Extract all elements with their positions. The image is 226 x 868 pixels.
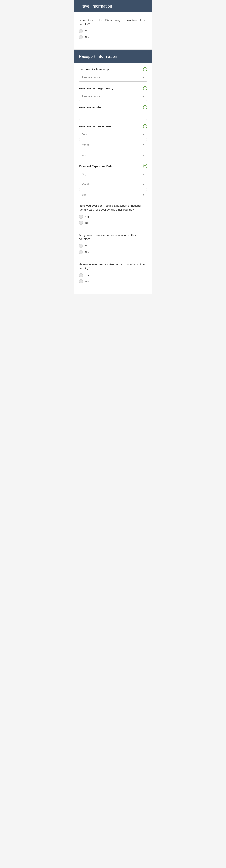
issuing-country-select-wrapper: Please choose ▼ — [79, 92, 147, 101]
citizen-ever-yes-option[interactable]: Yes — [79, 273, 147, 277]
issuance-month-select-wrapper: Month ▼ — [79, 140, 147, 149]
section-divider — [75, 49, 151, 50]
passport-other-no-option[interactable]: No — [79, 221, 147, 225]
issuance-date-label-row: Passport Issuance Date ? — [79, 124, 147, 128]
expiration-date-label: Passport Expiration Date — [79, 164, 112, 168]
issuing-country-label: Passport Issuing Country — [79, 87, 113, 90]
citizen-ever-question: Have you ever been a citizen or national… — [79, 262, 147, 270]
citizenship-select[interactable]: Please choose — [79, 73, 147, 82]
expiration-month-select-wrapper: Month ▼ — [79, 180, 147, 189]
travel-yes-option[interactable]: Yes — [79, 29, 147, 33]
citizenship-label: Country of Citizenship — [79, 68, 109, 71]
expiration-year-select-wrapper: Year ▼ — [79, 190, 147, 199]
issuing-country-label-row: Passport Issuing Country ? — [79, 86, 147, 90]
issuance-day-select[interactable]: Day — [79, 130, 147, 139]
travel-question: Is your travel to the US occurring in tr… — [79, 18, 147, 26]
passport-number-input[interactable] — [79, 111, 147, 120]
travel-yes-radio[interactable] — [79, 29, 83, 33]
citizenship-field-group: Country of Citizenship ? Please choose ▼ — [79, 67, 147, 82]
passport-section-header: Passport Information — [75, 50, 151, 63]
passport-other-country-field-group: Have you ever been issued a passport or … — [79, 204, 147, 225]
citizen-ever-field-group: Have you ever been a citizen or national… — [79, 262, 147, 283]
passport-other-yes-radio[interactable] — [79, 215, 83, 219]
passport-other-country-question: Have you ever been issued a passport or … — [79, 204, 147, 212]
issuance-date-help-icon[interactable]: ? — [143, 124, 147, 128]
expiration-month-select[interactable]: Month — [79, 180, 147, 189]
citizen-ever-radio-group: Yes No — [79, 273, 147, 283]
citizen-now-no-option[interactable]: No — [79, 250, 147, 254]
passport-number-field-group: Passport Number ? — [79, 105, 147, 120]
travel-section-title: Travel Information — [79, 4, 112, 8]
issuance-year-select-wrapper: Year ▼ — [79, 151, 147, 159]
citizen-now-yes-radio[interactable] — [79, 244, 83, 248]
travel-no-label: No — [85, 36, 88, 39]
passport-other-country-radio-group: Yes No — [79, 215, 147, 225]
passport-other-yes-option[interactable]: Yes — [79, 215, 147, 219]
citizen-now-field-group: Are you now, a citizen or national of an… — [79, 233, 147, 254]
citizen-ever-no-option[interactable]: No — [79, 279, 147, 283]
citizenship-select-wrapper: Please choose ▼ — [79, 73, 147, 82]
citizen-ever-no-radio[interactable] — [79, 279, 83, 283]
expiration-year-select[interactable]: Year — [79, 190, 147, 199]
issuance-date-label: Passport Issuance Date — [79, 125, 111, 128]
passport-number-label: Passport Number — [79, 106, 103, 109]
citizen-now-no-label: No — [85, 250, 88, 254]
passport-section: Passport Information Country of Citizens… — [75, 50, 151, 293]
passport-other-no-label: No — [85, 221, 88, 224]
issuance-year-select[interactable]: Year — [79, 151, 147, 159]
travel-no-radio[interactable] — [79, 35, 83, 39]
travel-section: Travel Information Is your travel to the… — [75, 0, 151, 49]
passport-number-help-icon[interactable]: ? — [143, 105, 147, 110]
passport-other-yes-label: Yes — [85, 215, 89, 218]
passport-section-title: Passport Information — [79, 54, 117, 59]
travel-section-content: Is your travel to the US occurring in tr… — [75, 12, 151, 49]
passport-other-no-radio[interactable] — [79, 221, 83, 225]
issuance-day-select-wrapper: Day ▼ — [79, 130, 147, 139]
expiration-day-select[interactable]: Day — [79, 169, 147, 178]
passport-section-content: Country of Citizenship ? Please choose ▼… — [75, 63, 151, 293]
issuance-month-select[interactable]: Month — [79, 140, 147, 149]
expiration-date-help-icon[interactable]: ? — [143, 164, 147, 168]
citizen-ever-no-label: No — [85, 280, 88, 283]
travel-no-option[interactable]: No — [79, 35, 147, 39]
citizen-now-radio-group: Yes No — [79, 244, 147, 254]
citizen-now-yes-label: Yes — [85, 245, 89, 248]
issuing-country-select[interactable]: Please choose — [79, 92, 147, 101]
expiration-date-field-group: Passport Expiration Date ? Day ▼ Month ▼… — [79, 164, 147, 199]
expiration-day-select-wrapper: Day ▼ — [79, 169, 147, 178]
expiration-date-label-row: Passport Expiration Date ? — [79, 164, 147, 168]
travel-yes-label: Yes — [85, 30, 89, 33]
citizenship-label-row: Country of Citizenship ? — [79, 67, 147, 71]
citizen-ever-yes-label: Yes — [85, 274, 89, 277]
passport-number-label-row: Passport Number ? — [79, 105, 147, 110]
travel-section-header: Travel Information — [75, 0, 151, 12]
citizenship-help-icon[interactable]: ? — [143, 67, 147, 71]
citizen-now-no-radio[interactable] — [79, 250, 83, 254]
citizen-now-yes-option[interactable]: Yes — [79, 244, 147, 248]
issuance-date-field-group: Passport Issuance Date ? Day ▼ Month ▼ Y… — [79, 124, 147, 159]
issuing-country-field-group: Passport Issuing Country ? Please choose… — [79, 86, 147, 101]
citizen-ever-yes-radio[interactable] — [79, 273, 83, 277]
citizen-now-question: Are you now, a citizen or national of an… — [79, 233, 147, 241]
issuing-country-help-icon[interactable]: ? — [143, 86, 147, 90]
travel-transit-radio-group: Yes No — [79, 29, 147, 39]
